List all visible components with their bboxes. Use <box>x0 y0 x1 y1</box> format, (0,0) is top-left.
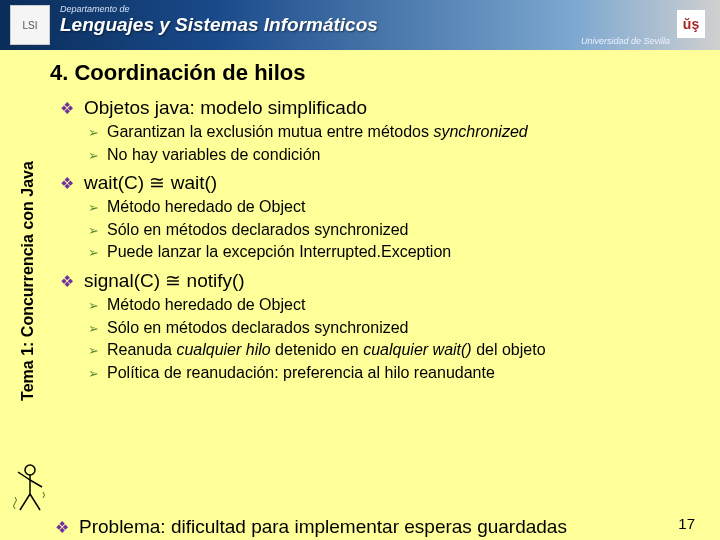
svg-line-2 <box>18 472 30 480</box>
sub-text: Reanuda cualquier hilo detenido en cualq… <box>107 339 546 361</box>
arrow-bullet-icon: ➢ <box>88 365 99 383</box>
sub-text: Puede lanzar la excepción Interrupted.Ex… <box>107 241 451 263</box>
main-content: ❖ Objetos java: modelo simplificado ➢ Ga… <box>55 92 720 512</box>
bullet-item: ❖ Objetos java: modelo simplificado <box>60 97 705 119</box>
university-shield-icon: ŭş <box>677 10 705 38</box>
sub-list: ➢ Método heredado de Object ➢ Sólo en mé… <box>88 196 705 263</box>
sub-text: Sólo en métodos declarados synchronized <box>107 219 409 241</box>
sub-item: ➢ Reanuda cualquier hilo detenido en cua… <box>88 339 705 361</box>
bullet-text: wait(C) ≅ wait() <box>84 171 217 194</box>
sub-list: ➢ Método heredado de Object ➢ Sólo en mé… <box>88 294 705 383</box>
diamond-bullet-icon: ❖ <box>60 99 74 118</box>
sidebar: Tema 1: Concurrencia con Java <box>0 92 55 512</box>
sidebar-topic-label: Tema 1: Concurrencia con Java <box>19 161 37 401</box>
sub-item: ➢ Garantizan la exclusión mutua entre mé… <box>88 121 705 143</box>
arrow-bullet-icon: ➢ <box>88 222 99 240</box>
sub-item: ➢ Puede lanzar la excepción Interrupted.… <box>88 241 705 263</box>
sub-item: ➢ No hay variables de condición <box>88 144 705 166</box>
bullet-item: ❖ wait(C) ≅ wait() <box>60 171 705 194</box>
diamond-bullet-icon: ❖ <box>55 518 69 537</box>
sub-text: Método heredado de Object <box>107 294 305 316</box>
page-number: 17 <box>678 515 695 532</box>
arrow-bullet-icon: ➢ <box>88 297 99 315</box>
sub-item: ➢ Método heredado de Object <box>88 196 705 218</box>
bullet-item: ❖ signal(C) ≅ notify() <box>60 269 705 292</box>
sub-text: No hay variables de condición <box>107 144 320 166</box>
problem-bullet: ❖ Problema: dificultad para implementar … <box>55 516 720 538</box>
arrow-bullet-icon: ➢ <box>88 199 99 217</box>
arrow-bullet-icon: ➢ <box>88 342 99 360</box>
content-area: Tema 1: Concurrencia con Java ❖ Objetos … <box>0 92 720 512</box>
arrow-bullet-icon: ➢ <box>88 244 99 262</box>
bullet-text: signal(C) ≅ notify() <box>84 269 245 292</box>
slide-header: LSI Departamento de Lenguajes y Sistemas… <box>0 0 720 50</box>
header-subtitle: Universidad de Sevilla <box>60 36 670 46</box>
sub-list: ➢ Garantizan la exclusión mutua entre mé… <box>88 121 705 165</box>
problem-text: Problema: dificultad para implementar es… <box>79 516 567 538</box>
stick-figure-icon <box>10 462 50 517</box>
svg-line-3 <box>30 480 42 487</box>
bullet-text: Objetos java: modelo simplificado <box>84 97 367 119</box>
header-pretitle: Departamento de <box>60 4 710 14</box>
sub-item: ➢ Método heredado de Object <box>88 294 705 316</box>
header-title: Lenguajes y Sistemas Informáticos <box>60 14 710 36</box>
sub-item: ➢ Política de reanudación: preferencia a… <box>88 362 705 384</box>
sub-text: Sólo en métodos declarados synchronized <box>107 317 409 339</box>
diamond-bullet-icon: ❖ <box>60 174 74 193</box>
svg-line-4 <box>20 494 30 510</box>
svg-point-0 <box>25 465 35 475</box>
arrow-bullet-icon: ➢ <box>88 124 99 142</box>
slide-title: 4. Coordinación de hilos <box>50 60 720 86</box>
sub-text: Política de reanudación: preferencia al … <box>107 362 495 384</box>
lsi-logo-icon: LSI <box>10 5 50 45</box>
svg-line-5 <box>30 494 40 510</box>
sub-item: ➢ Sólo en métodos declarados synchronize… <box>88 317 705 339</box>
arrow-bullet-icon: ➢ <box>88 320 99 338</box>
sub-item: ➢ Sólo en métodos declarados synchronize… <box>88 219 705 241</box>
header-text: Departamento de Lenguajes y Sistemas Inf… <box>60 4 710 46</box>
diamond-bullet-icon: ❖ <box>60 272 74 291</box>
sub-text: Garantizan la exclusión mutua entre méto… <box>107 121 528 143</box>
arrow-bullet-icon: ➢ <box>88 147 99 165</box>
sub-text: Método heredado de Object <box>107 196 305 218</box>
